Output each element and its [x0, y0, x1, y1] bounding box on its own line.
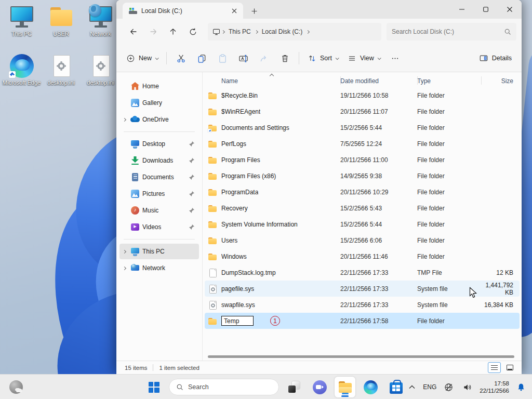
file-row-program-files-x86[interactable]: Program Files (x86) 14/9/2565 9:38 File …	[205, 168, 520, 184]
file-row-perflogs[interactable]: PerfLogs 7/5/2565 12:24 File folder	[205, 136, 520, 152]
desktop-icon-network[interactable]: Network	[81, 3, 120, 51]
file-row-swapfile-sys[interactable]: swapfile.sys 22/11/2566 17:33 System fil…	[205, 297, 520, 313]
file-row-pagefile-sys[interactable]: pagefile.sys 22/11/2566 17:33 System fil…	[205, 281, 520, 297]
sidebar-item-network[interactable]: Network	[119, 260, 199, 276]
file-row-programdata[interactable]: ProgramData 20/11/2566 10:29 File folder	[205, 184, 520, 200]
plus-icon	[251, 8, 257, 14]
cut-button[interactable]	[170, 49, 191, 68]
new-button[interactable]: New	[122, 49, 163, 68]
copy-button[interactable]	[191, 49, 212, 68]
desktop-icon-this-pc[interactable]: This PC	[2, 3, 41, 51]
taskbar-clock[interactable]: 17:58 22/11/2566	[480, 380, 509, 394]
widgets-weather-icon[interactable]	[9, 380, 23, 394]
sidebar-item-label: Videos	[142, 223, 161, 231]
column-header-name[interactable]: Name	[207, 77, 340, 85]
language-indicator[interactable]: ENG	[423, 383, 436, 391]
sidebar-item-desktop[interactable]: Desktop	[119, 136, 199, 152]
screen: This PC USER	[0, 0, 532, 399]
store-button[interactable]	[385, 377, 406, 397]
delete-button[interactable]	[274, 49, 295, 68]
column-header-date-modified[interactable]: Date modified	[340, 77, 417, 85]
view-button[interactable]: View	[343, 49, 385, 68]
file-explorer-button[interactable]	[335, 377, 355, 397]
network-status-button[interactable]	[442, 381, 455, 394]
maximize-button[interactable]	[474, 0, 498, 19]
breadcrumb-this-pc[interactable]: This PC	[225, 26, 254, 37]
details-view-toggle[interactable]	[488, 362, 501, 373]
file-row-program-files[interactable]: Program Files 20/11/2566 11:00 File fold…	[205, 152, 520, 168]
sidebar-item-gallery[interactable]: Gallery	[119, 95, 199, 111]
sort-button[interactable]: Sort	[303, 49, 343, 68]
file-row-system-volume-information[interactable]: System Volume Information 15/2/2566 5:44…	[205, 216, 520, 232]
chat-button[interactable]	[309, 377, 330, 397]
edge-button[interactable]	[360, 377, 381, 397]
file-row-recovery[interactable]: Recovery 15/2/2566 5:43 File folder	[205, 200, 520, 216]
sidebar-item-icon	[130, 247, 140, 256]
sidebar-item-music[interactable]: Music	[119, 203, 199, 218]
chevron-down-icon	[377, 56, 381, 60]
paste-button[interactable]	[212, 49, 233, 68]
file-row-recycle-bin[interactable]: $Recycle.Bin 19/11/2566 10:58 File folde…	[205, 87, 520, 103]
share-button[interactable]	[254, 49, 274, 68]
breadcrumb-local-disk-c[interactable]: Local Disk (C:)	[259, 26, 306, 37]
column-header-size[interactable]: Size	[481, 77, 517, 85]
sidebar-item-label: Desktop	[142, 140, 165, 148]
file-row-documents-and-settings[interactable]: Documents and Settings 15/2/2566 5:44 Fi…	[205, 119, 520, 136]
chevron-right-icon[interactable]	[123, 249, 126, 253]
status-bar: 15 items 1 item selected	[116, 361, 522, 374]
refresh-button[interactable]	[183, 23, 203, 41]
sidebar-item-videos[interactable]: Videos	[119, 219, 199, 235]
sidebar-item-this-pc[interactable]: This PC	[119, 244, 199, 259]
sidebar-item-documents[interactable]: Documents	[119, 169, 199, 185]
desktop-icon-desktop-ini[interactable]: desktop.ini	[81, 52, 120, 100]
details-pane-button[interactable]: Details	[474, 49, 516, 68]
volume-button[interactable]	[461, 381, 474, 394]
chevron-right-icon[interactable]	[123, 117, 126, 121]
up-button[interactable]	[163, 23, 183, 41]
column-divider[interactable]	[417, 76, 418, 85]
desktop-icon-desktop-ini[interactable]: desktop.ini	[42, 52, 81, 100]
file-name: pagefile.sys	[221, 285, 254, 292]
file-type: File folder	[417, 172, 481, 180]
see-more-button[interactable]	[385, 49, 406, 68]
column-header-type[interactable]: Type	[417, 77, 481, 85]
desktop-icon-microsoft-edge[interactable]: Microsoft Edge	[2, 52, 41, 100]
rename-button[interactable]	[233, 49, 254, 68]
sidebar-item-pictures[interactable]: Pictures	[119, 186, 199, 202]
sidebar-item-icon	[130, 140, 140, 148]
large-thumbnails-view-toggle[interactable]	[503, 362, 516, 373]
file-icon	[208, 139, 217, 149]
search-input[interactable]: Search Local Disk (C:)	[387, 23, 516, 41]
file-row-dumpstack-log-tmp[interactable]: DumpStack.log.tmp 22/11/2566 17:33 TMP F…	[205, 264, 520, 281]
minimize-button[interactable]	[450, 0, 474, 19]
items-count: 15 items	[125, 365, 147, 371]
sidebar-item-onedrive[interactable]: OneDrive	[119, 112, 199, 127]
desktop-icon-user[interactable]: USER	[42, 3, 81, 51]
column-divider[interactable]	[340, 76, 341, 85]
forward-button[interactable]	[143, 23, 163, 41]
file-date-modified: 20/11/2566 11:46	[340, 253, 417, 260]
task-view-button[interactable]	[284, 377, 304, 397]
file-row-winreagent[interactable]: $WinREAgent 20/11/2566 11:07 File folder	[205, 103, 520, 119]
chevron-right-icon[interactable]	[123, 266, 126, 270]
column-divider[interactable]	[481, 76, 482, 85]
horizontal-scrollbar-thumb[interactable]	[208, 355, 514, 358]
back-button[interactable]	[124, 23, 143, 41]
start-button[interactable]	[143, 377, 164, 397]
new-tab-button[interactable]	[246, 3, 262, 19]
sidebar-item-downloads[interactable]: Downloads	[119, 153, 199, 168]
taskbar-search[interactable]: Search	[169, 379, 279, 395]
rename-edit-box[interactable]: Temp	[221, 316, 254, 326]
file-row-users[interactable]: Users 15/2/2566 6:06 File folder	[205, 232, 520, 248]
toolbar-divider	[166, 52, 167, 64]
globe-offline-icon	[444, 383, 453, 392]
tab-local-disk-c[interactable]: Local Disk (C:)	[123, 3, 243, 19]
notifications-button[interactable]	[515, 381, 527, 393]
horizontal-scrollbar[interactable]	[208, 354, 516, 360]
tab-close-button[interactable]	[229, 5, 240, 17]
close-button[interactable]	[498, 0, 522, 19]
sidebar-item-home[interactable]: Home	[119, 78, 199, 94]
tray-overflow-button[interactable]	[407, 383, 417, 391]
file-row-temp-renaming[interactable]: Temp 1 22/11/2566 17:58 File folder	[205, 313, 520, 329]
file-row-windows[interactable]: Windows 20/11/2566 11:46 File folder	[205, 248, 520, 264]
